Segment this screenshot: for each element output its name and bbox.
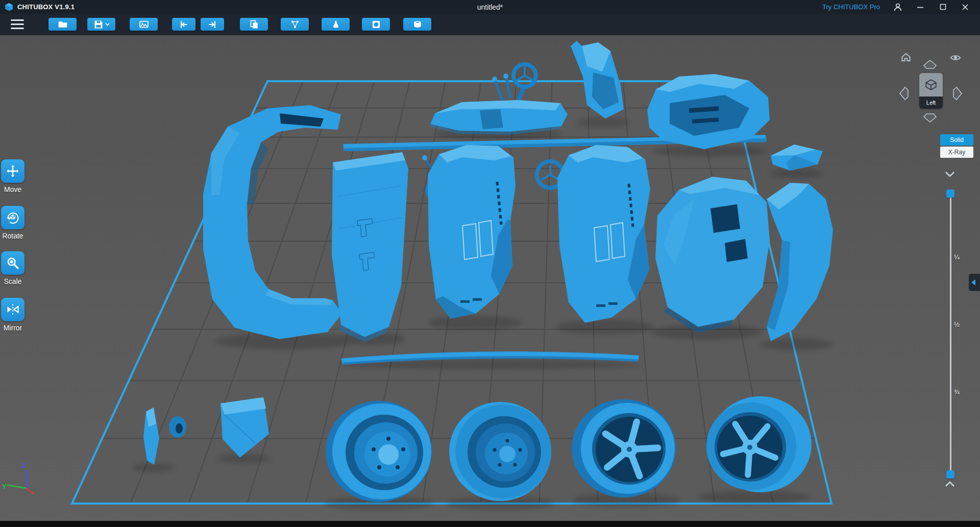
main-toolbar <box>0 14 980 35</box>
scene-canvas[interactable]: Y Z <box>0 35 980 527</box>
model-part-wheel-3[interactable] <box>572 399 676 497</box>
settings-panel-expand-tab[interactable] <box>969 274 980 291</box>
clone-button[interactable] <box>240 18 268 31</box>
scale-tool-label: Scale <box>4 277 21 285</box>
clip-top-button[interactable] <box>944 171 955 180</box>
clip-slider-track[interactable] <box>950 192 951 476</box>
user-icon <box>892 2 903 13</box>
rotate-view-left-button[interactable] <box>899 86 909 103</box>
screenshot-icon <box>138 19 150 30</box>
clip-label-half: ½ <box>954 321 960 328</box>
screenshot-button[interactable] <box>130 18 158 31</box>
view-cube-face-label: Left <box>919 97 943 109</box>
rotate-tool-button[interactable]: Rotate <box>1 206 25 240</box>
move-icon <box>1 159 24 183</box>
clip-slider-handle-top[interactable] <box>946 189 954 198</box>
mirror-icon <box>1 298 24 321</box>
clip-label-three-quarter: ¾ <box>954 388 960 396</box>
viewport-3d[interactable]: Y Z Move Rotate Scale <box>0 35 980 527</box>
maximize-icon <box>940 5 945 10</box>
cube-icon <box>924 78 938 91</box>
hollow-button[interactable] <box>362 18 390 31</box>
scale-icon <box>1 251 24 275</box>
home-icon <box>900 52 912 63</box>
chevron-down-icon <box>105 22 110 26</box>
model-part-wheel-1[interactable] <box>326 401 432 502</box>
document-title: untitled* <box>477 3 503 11</box>
chevron-down-icon <box>946 172 954 176</box>
menu-button[interactable] <box>11 19 24 29</box>
scale-tool-button[interactable]: Scale <box>1 251 25 285</box>
render-mode-xray-button[interactable]: X-Ray <box>940 147 973 158</box>
close-button[interactable] <box>957 0 974 14</box>
auto-layout-button[interactable] <box>281 18 309 31</box>
mirror-tool-button[interactable]: Mirror <box>1 298 25 332</box>
bottom-strip <box>0 521 980 527</box>
y-axis-label: Y <box>2 483 7 490</box>
save-button[interactable] <box>87 18 115 31</box>
clip-bottom-button[interactable] <box>944 481 955 490</box>
eye-icon <box>949 52 962 63</box>
arrow-up-icon <box>924 60 936 68</box>
model-part-rear-shell[interactable] <box>647 74 770 149</box>
maximize-button[interactable] <box>934 0 951 14</box>
chevron-up-icon <box>946 482 954 486</box>
home-view-button[interactable] <box>900 52 912 65</box>
arrow-left-icon <box>971 279 975 285</box>
dig-hole-button[interactable] <box>403 18 431 31</box>
rotate-view-down-button[interactable] <box>923 113 937 125</box>
save-icon <box>93 19 104 30</box>
folder-open-icon <box>57 19 68 30</box>
close-icon <box>962 4 969 11</box>
view-cube[interactable]: Left <box>919 73 943 109</box>
titlebar: CHITUBOX V1.9.1 untitled* Try CHITUBOX P… <box>0 0 980 14</box>
chitubox-logo-icon <box>5 3 13 11</box>
mirror-tool-label: Mirror <box>4 324 22 332</box>
arrow-right-icon <box>953 87 962 100</box>
rotate-tool-label: Rotate <box>2 232 23 240</box>
drill-icon <box>412 19 423 30</box>
model-part-mirror-cap[interactable] <box>169 416 186 438</box>
open-button[interactable] <box>48 18 77 31</box>
arrow-left-icon <box>900 87 908 100</box>
rotate-view-right-button[interactable] <box>952 86 963 103</box>
redo-button[interactable] <box>201 18 224 31</box>
rotate-view-up-button[interactable] <box>923 59 937 71</box>
arrow-down-icon <box>924 114 936 122</box>
nodes-icon <box>290 19 300 30</box>
hollow-icon <box>371 19 381 30</box>
resin-button[interactable] <box>322 18 350 31</box>
minimize-button[interactable] <box>912 0 929 14</box>
z-axis-label: Z <box>21 462 26 469</box>
clip-slider-handle-bottom[interactable] <box>946 470 954 478</box>
visibility-button[interactable] <box>949 52 962 65</box>
app-title: CHITUBOX V1.9.1 <box>17 3 75 11</box>
model-part-wheel-2[interactable] <box>449 402 551 501</box>
render-mode-solid-button[interactable]: Solid <box>940 134 973 146</box>
try-pro-link[interactable]: Try CHITUBOX Pro <box>822 3 880 11</box>
flask-icon <box>331 19 340 30</box>
move-tool-label: Move <box>4 185 21 194</box>
arrow-right-icon <box>207 19 217 30</box>
clip-label-quarter: ¼ <box>954 253 960 261</box>
arrow-left-icon <box>179 19 189 30</box>
undo-button[interactable] <box>172 18 195 31</box>
move-tool-button[interactable]: Move <box>1 159 25 194</box>
rotate-icon <box>1 206 24 229</box>
clone-icon <box>249 19 259 30</box>
user-account-button[interactable] <box>889 0 906 14</box>
